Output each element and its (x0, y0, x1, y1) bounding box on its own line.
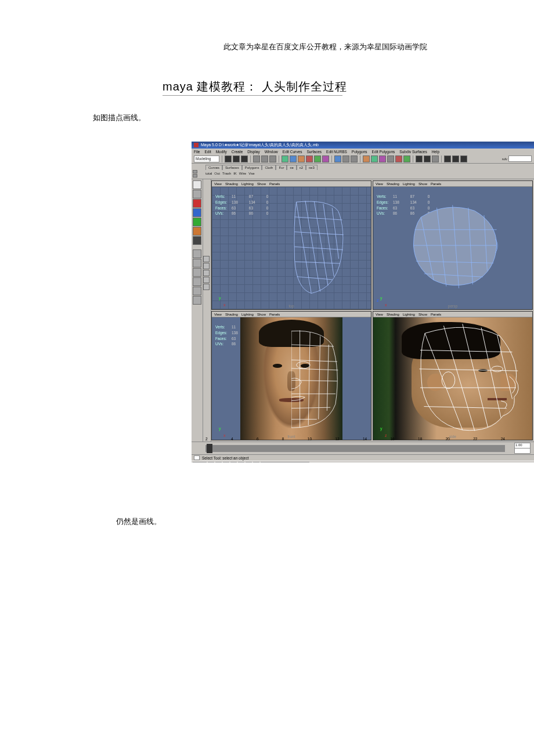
tb-lasso-icon[interactable] (261, 155, 268, 162)
mini-a-icon[interactable] (203, 256, 210, 262)
tray-icon[interactable] (246, 462, 252, 462)
viewport-persp[interactable]: View Shading Lighting Show Panels Verts:… (373, 180, 533, 310)
time-field-end[interactable] (514, 448, 531, 454)
tb-c-icon[interactable] (403, 155, 410, 162)
vp-view[interactable]: View (214, 182, 222, 186)
tool-rotate-icon[interactable] (193, 208, 201, 217)
shelf-tab-curves[interactable]: Curves (205, 165, 222, 170)
tb-rg-icon[interactable] (351, 155, 358, 162)
tool-last-icon[interactable] (193, 236, 201, 245)
layout-a-icon[interactable] (193, 287, 201, 295)
layout-single-icon[interactable] (193, 249, 201, 258)
tray-icon[interactable] (253, 462, 259, 462)
tb-snap5-icon[interactable] (314, 155, 321, 162)
tb-y-icon[interactable] (371, 155, 378, 162)
tool-move-icon[interactable] (193, 199, 201, 208)
shelf-tab-c2[interactable]: c2 (297, 165, 306, 170)
vp-lighting[interactable]: Lighting (403, 313, 415, 316)
tray-icon[interactable] (208, 462, 214, 462)
shelf-tab-ce[interactable]: ce (287, 165, 296, 170)
mode-combo[interactable]: Modeling (194, 155, 219, 162)
vp-view[interactable]: View (376, 182, 383, 186)
layout-four-icon[interactable] (193, 259, 201, 267)
tb-snap3-icon[interactable] (298, 155, 305, 162)
vp-shading[interactable]: Shading (387, 313, 399, 316)
menu-editnurbs[interactable]: Edit NURBS (326, 150, 347, 154)
taskbar-app[interactable]: Maya 5.0 D:\★work★\... (261, 462, 309, 462)
vp-shading[interactable]: Shading (387, 182, 399, 186)
tb-snap1-icon[interactable] (282, 155, 288, 162)
menu-subdiv[interactable]: Subdiv Surfaces (399, 150, 427, 154)
tray-icon[interactable] (223, 462, 229, 462)
vp-panels[interactable]: Panels (431, 182, 441, 186)
vp-show[interactable]: Show (257, 182, 266, 186)
layout-two-icon[interactable] (193, 268, 201, 277)
tb-input[interactable] (508, 155, 532, 162)
shelf-down-icon[interactable] (193, 174, 197, 178)
menu-polygons[interactable]: Polygons (352, 150, 367, 154)
tb-b-icon[interactable] (395, 155, 402, 162)
tb-z-icon[interactable] (379, 155, 386, 162)
mini-c-icon[interactable] (203, 270, 210, 276)
viewport-side[interactable]: View Shading Lighting Show Panels Verts:… (373, 311, 533, 440)
mini-d-icon[interactable] (203, 277, 210, 283)
menu-help[interactable]: Help (432, 150, 439, 154)
vp-view[interactable]: View (376, 313, 383, 316)
tb-e-icon[interactable] (424, 155, 431, 162)
shelf-up-icon[interactable] (193, 170, 197, 173)
menu-modify[interactable]: Modify (216, 150, 227, 154)
menu-editcurves[interactable]: Edit Curves (283, 150, 302, 154)
layout-three-icon[interactable] (193, 277, 201, 286)
tb-render-icon[interactable] (334, 155, 341, 162)
tb-new-icon[interactable] (225, 155, 232, 162)
time-cursor[interactable] (207, 444, 212, 453)
vp-lighting[interactable]: Lighting (403, 182, 415, 186)
tb-snap6-icon[interactable] (322, 155, 329, 162)
menu-file[interactable]: File (194, 150, 200, 154)
timeline[interactable]: 24 68 1012 1416 1820 2224 1.00 (192, 442, 534, 454)
vp-show[interactable]: Show (418, 313, 427, 316)
shelf-tab-polygons[interactable]: Polygons (242, 165, 262, 170)
menu-edit[interactable]: Edit (204, 150, 211, 154)
tb-d-icon[interactable] (416, 155, 423, 162)
tb-g-icon[interactable] (444, 155, 451, 162)
vp-panels[interactable]: Panels (431, 313, 441, 316)
menu-create[interactable]: Create (232, 150, 243, 154)
tray-icon[interactable] (215, 462, 222, 462)
tb-h-icon[interactable] (452, 155, 459, 162)
shelf-tab-ce3[interactable]: ce3 (306, 165, 317, 170)
menu-surfaces[interactable]: Surfaces (306, 150, 322, 154)
vp-lighting[interactable]: Lighting (241, 182, 254, 186)
tb-paint-icon[interactable] (269, 155, 276, 162)
time-track[interactable] (205, 445, 505, 452)
vp-show[interactable]: Show (257, 313, 266, 316)
shelf-tab-surfaces[interactable]: Surfaces (222, 165, 242, 170)
layout-b-icon[interactable] (193, 296, 201, 305)
tb-a-icon[interactable] (387, 155, 394, 162)
tb-f-icon[interactable] (432, 155, 439, 162)
tb-i-icon[interactable] (460, 155, 467, 162)
menu-display[interactable]: Display (247, 150, 259, 154)
vp-show[interactable]: Show (418, 182, 427, 186)
tb-x-icon[interactable] (363, 155, 370, 162)
tool-scale-icon[interactable] (193, 218, 201, 226)
tb-ipr-icon[interactable] (342, 155, 349, 162)
viewport-top[interactable]: View Shading Lighting Show Panels Verts:… (211, 180, 371, 310)
tray-icon[interactable] (230, 462, 237, 462)
tb-open-icon[interactable] (233, 155, 240, 162)
vp-shading[interactable]: Shading (225, 182, 238, 186)
vp-lighting[interactable]: Lighting (241, 313, 254, 316)
tb-sel-icon[interactable] (253, 155, 260, 162)
vp-panels[interactable]: Panels (269, 182, 280, 186)
menu-editpolygons[interactable]: Edit Polygons (372, 150, 395, 154)
tool-manip-icon[interactable] (193, 227, 201, 236)
tool-select-icon[interactable] (193, 180, 201, 189)
vp-shading[interactable]: Shading (225, 313, 238, 316)
tray-icon[interactable] (238, 462, 244, 462)
viewport-front[interactable]: View Shading Lighting Show Panels Verts:… (211, 311, 371, 440)
start-button[interactable]: 开始 (193, 462, 207, 462)
tb-snap4-icon[interactable] (306, 155, 313, 162)
tb-snap2-icon[interactable] (290, 155, 297, 162)
menu-window[interactable]: Window (265, 150, 278, 154)
shelf-tab-fur[interactable]: Fur (276, 165, 287, 170)
